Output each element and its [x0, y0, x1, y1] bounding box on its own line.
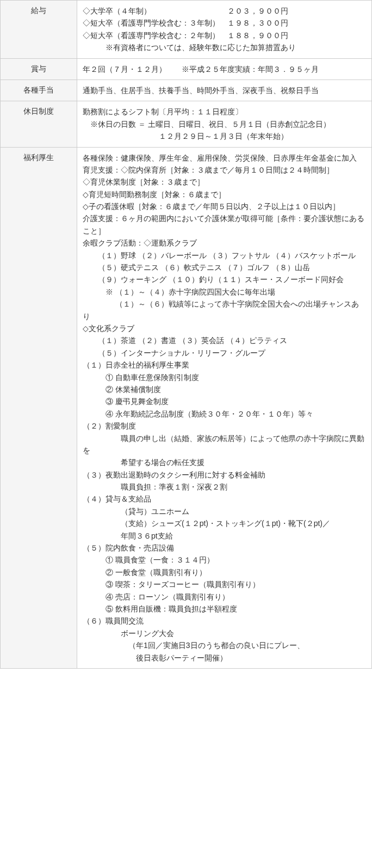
row-label-welfare: 福利厚生	[1, 147, 77, 668]
row-label-bonus: 賞与	[1, 58, 77, 80]
table-row: 賞与 年２回（７月・１２月） ※平成２５年度実績：年間３．９５ヶ月	[1, 58, 372, 80]
row-label-holiday: 休日制度	[1, 101, 77, 147]
table-row: 各種手当 通勤手当、住居手当、扶養手当、時間外手当、深夜手当、祝祭日手当	[1, 80, 372, 101]
row-content-salary: ◇大学卒（４年制） ２０３，９００円 ◇短大卒（看護専門学校含む：３年制） １９…	[77, 1, 372, 59]
row-content-bonus: 年２回（７月・１２月） ※平成２５年度実績：年間３．９５ヶ月	[77, 58, 372, 80]
row-content-allowance: 通勤手当、住居手当、扶養手当、時間外手当、深夜手当、祝祭日手当	[77, 80, 372, 101]
row-label-salary: 給与	[1, 1, 77, 59]
info-table: 給与 ◇大学卒（４年制） ２０３，９００円 ◇短大卒（看護専門学校含む：３年制）…	[0, 0, 372, 669]
table-row: 福利厚生 各種保険：健康保険、厚生年金、雇用保険、労災保険、日赤厚生年金基金に加…	[1, 147, 372, 668]
row-content-holiday: 勤務割によるシフト制〔月平均：１１日程度〕 ※休日の日数 ＝ 土曜日、日曜日、祝…	[77, 101, 372, 147]
table-row: 給与 ◇大学卒（４年制） ２０３，９００円 ◇短大卒（看護専門学校含む：３年制）…	[1, 1, 372, 59]
row-label-allowance: 各種手当	[1, 80, 77, 101]
row-content-welfare: 各種保険：健康保険、厚生年金、雇用保険、労災保険、日赤厚生年金基金に加入 育児支…	[77, 147, 372, 668]
table-row: 休日制度 勤務割によるシフト制〔月平均：１１日程度〕 ※休日の日数 ＝ 土曜日、…	[1, 101, 372, 147]
table-body: 給与 ◇大学卒（４年制） ２０３，９００円 ◇短大卒（看護専門学校含む：３年制）…	[1, 1, 372, 669]
